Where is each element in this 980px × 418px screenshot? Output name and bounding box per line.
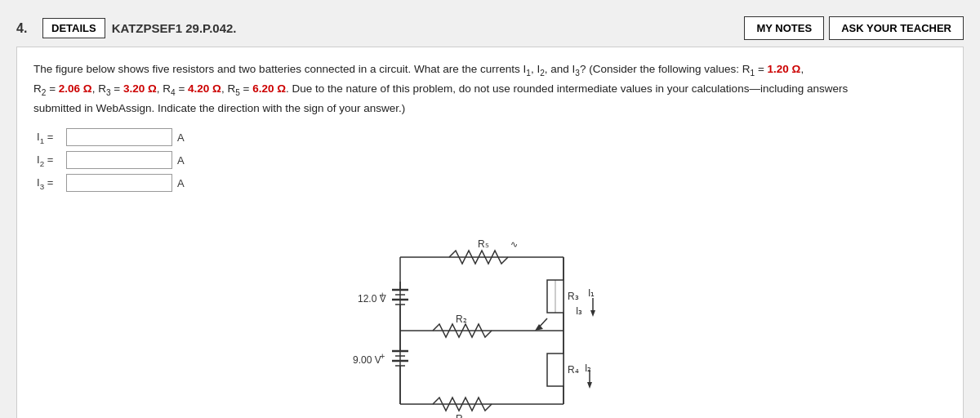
inputs-section: I1 = A I2 = A I3 = A: [37, 128, 947, 192]
r4-label: R₄: [568, 364, 579, 376]
i3-input[interactable]: [66, 174, 172, 192]
r4-value: 4.20 Ω: [188, 82, 221, 95]
circuit-diagram: R₅ ∿ + 12.0 V: [335, 208, 645, 418]
details-button[interactable]: DETAILS: [42, 18, 105, 38]
r1-value: 1.20 Ω: [768, 63, 801, 75]
r2-label: R₂: [456, 314, 467, 325]
i3-label: I3 =: [37, 176, 61, 191]
r5-value: 6.20 Ω: [252, 82, 286, 95]
i2-label: I2 =: [37, 153, 61, 168]
i1-row: I1 = A: [37, 128, 947, 146]
i3-circuit-label: I₃: [576, 305, 582, 317]
i1-unit: A: [177, 131, 185, 144]
i1-input[interactable]: [66, 128, 172, 146]
i3-unit: A: [177, 177, 185, 189]
problem-text: The figure below shows five resistors an…: [33, 60, 947, 117]
svg-marker-27: [587, 382, 592, 389]
my-notes-button[interactable]: MY NOTES: [744, 16, 824, 40]
i2-input[interactable]: [66, 151, 172, 169]
battery1-value: 12.0 V: [358, 293, 386, 305]
i1-label: I1 =: [37, 131, 61, 145]
right-buttons: MY NOTES ASK YOUR TEACHER: [744, 16, 964, 40]
svg-marker-16: [590, 310, 595, 317]
r5-label: R₅: [478, 238, 489, 250]
svg-text:∿: ∿: [510, 239, 518, 249]
problem-number: 4.: [16, 21, 36, 36]
problem-id: KATZPSEF1 29.P.042.: [112, 21, 237, 35]
circuit-area: R₅ ∿ + 12.0 V: [33, 208, 947, 418]
r2-value: 2.06 Ω: [59, 82, 92, 95]
svg-rect-23: [547, 354, 564, 386]
svg-marker-29: [535, 324, 543, 331]
r3-value: 3.20 Ω: [123, 82, 157, 95]
r3-label: R₃: [568, 291, 579, 302]
problem-number-details: 4. DETAILS KATZPSEF1 29.P.042.: [16, 18, 237, 38]
battery2-value: 9.00 V: [353, 354, 381, 366]
i3-row: I3 = A: [37, 174, 947, 192]
problem-box: The figure below shows five resistors an…: [16, 47, 964, 418]
r1-label: R₁: [456, 413, 467, 418]
i1-circuit-label: I₁: [588, 287, 595, 299]
problem-header: 4. DETAILS KATZPSEF1 29.P.042. MY NOTES …: [16, 16, 964, 40]
i2-unit: A: [177, 154, 185, 167]
outer-container: 4. DETAILS KATZPSEF1 29.P.042. MY NOTES …: [16, 16, 964, 418]
ask-teacher-button[interactable]: ASK YOUR TEACHER: [829, 16, 964, 40]
i2-row: I2 = A: [37, 151, 947, 169]
i2-circuit-label: I₂: [585, 362, 591, 374]
